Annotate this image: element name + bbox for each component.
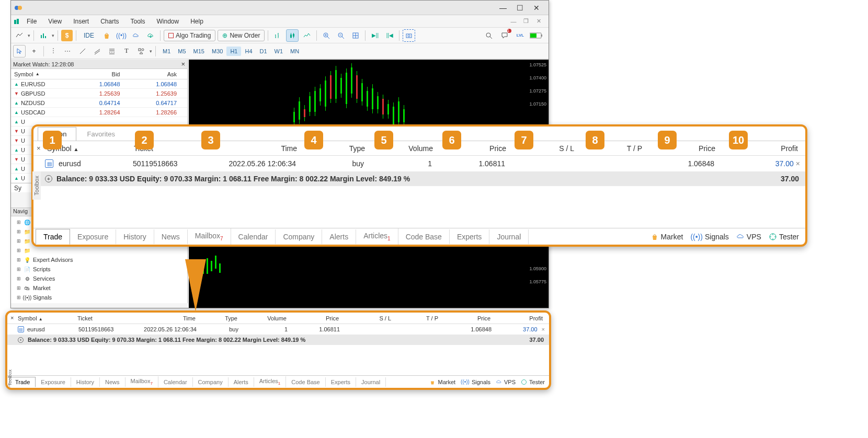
close-button[interactable]: ✕ <box>532 3 541 13</box>
tf-d1[interactable]: D1 <box>256 47 271 56</box>
toolbox-tab-news[interactable]: News <box>154 229 188 244</box>
sc-trade-row[interactable]: ▤ eurusd 50119518663 2022.05.26 12:06:34… <box>7 324 549 335</box>
sc-signals-link[interactable]: ((•)) Signals <box>461 379 490 385</box>
market-link[interactable]: Market <box>650 233 683 241</box>
sc-expand-icon[interactable]: + <box>18 337 24 343</box>
level-icon[interactable]: LVL <box>514 29 527 42</box>
vps-link[interactable]: VPS <box>736 233 761 241</box>
cursor-icon[interactable] <box>13 45 26 57</box>
crosshair-icon[interactable]: + <box>28 45 40 57</box>
nav-item[interactable]: ⊞📄Scripts <box>13 264 185 274</box>
candle-chart-icon[interactable] <box>286 29 299 42</box>
menu-help[interactable]: Help <box>185 16 209 27</box>
tester-link[interactable]: Tester <box>769 233 799 241</box>
sc-market-link[interactable]: Market <box>429 379 455 385</box>
sc-col-sl[interactable]: S / L <box>339 315 391 321</box>
sc-col-volume[interactable]: Volume <box>237 315 287 321</box>
tf-h4[interactable]: H4 <box>241 47 256 56</box>
sc-toolbox-tab-history[interactable]: History <box>71 377 100 387</box>
cloud-download-icon[interactable] <box>144 29 157 42</box>
line-chart-icon[interactable] <box>301 29 313 42</box>
cloud-icon[interactable] <box>130 29 142 42</box>
doc-minimize-icon[interactable]: — <box>509 17 518 26</box>
sc-toolbox-tab-news[interactable]: News <box>100 377 125 387</box>
fibo-icon[interactable] <box>106 45 118 57</box>
tab-favorites[interactable]: Favorites <box>77 128 124 141</box>
sc-row-close-icon[interactable]: × <box>542 326 545 332</box>
toolbox-tab-calendar[interactable]: Calendar <box>231 229 276 244</box>
sc-toolbox-tab-articles[interactable]: Articles1 <box>254 376 287 387</box>
sc-vps-link[interactable]: VPS <box>496 379 516 385</box>
menu-window[interactable]: Window <box>152 16 185 27</box>
mw-col-ask[interactable]: Ask <box>131 71 188 77</box>
sc-toolbox-tab-alerts[interactable]: Alerts <box>229 377 254 387</box>
shift-icon[interactable]: ||◀ <box>383 29 396 42</box>
objects-dropdown[interactable] <box>135 45 147 57</box>
hline-icon[interactable] <box>62 45 74 57</box>
sc-toolbox-tab-mailbox[interactable]: Mailbox7 <box>125 376 158 387</box>
sc-toolbox-tab-code-base[interactable]: Code Base <box>286 377 325 387</box>
market-bag-icon[interactable] <box>100 29 113 42</box>
market-watch-close[interactable]: × <box>181 60 185 68</box>
signals-icon[interactable]: ((•)) <box>115 29 128 42</box>
mw-row[interactable]: ▲USDCAD1.282641.28266 <box>11 108 187 117</box>
row-close-icon[interactable]: × <box>796 159 800 168</box>
tf-mn[interactable]: MN <box>287 47 303 56</box>
dollar-button[interactable]: $ <box>61 30 73 41</box>
doc-restore-icon[interactable]: ❐ <box>521 17 531 26</box>
doc-close-icon[interactable]: ✕ <box>534 17 543 26</box>
tf-h1[interactable]: H1 <box>226 47 241 56</box>
nav-item[interactable]: ⊞((•))Signals <box>13 293 185 302</box>
sc-close-icon[interactable]: × <box>10 315 14 321</box>
tf-m1[interactable]: M1 <box>159 47 174 56</box>
chart-line-dropdown[interactable] <box>13 29 26 42</box>
tf-m5[interactable]: M5 <box>174 47 189 56</box>
trade-row[interactable]: ▤ eurusd 50119518663 2022.05.26 12:06:34… <box>33 156 805 171</box>
col-price2[interactable]: Price <box>644 144 717 153</box>
signals-link[interactable]: ((•))Signals <box>690 233 728 241</box>
nav-item[interactable]: ⊞⚙Services <box>13 274 185 283</box>
sc-toolbox-tab-company[interactable]: Company <box>193 377 229 387</box>
toolbox-tab-journal[interactable]: Journal <box>489 229 529 244</box>
chat-icon[interactable]: 1 <box>498 29 511 42</box>
mw-row[interactable]: ▼GBPUSD1.256391.25639 <box>11 89 187 98</box>
equidistant-icon[interactable] <box>91 45 104 57</box>
text-icon[interactable]: T <box>120 45 133 57</box>
toolbox-tab-exposure[interactable]: Exposure <box>70 229 116 244</box>
sc-col-tp[interactable]: T / P <box>391 315 438 321</box>
sc-toolbox-tab-journal[interactable]: Journal <box>356 377 386 387</box>
ide-button[interactable]: IDE <box>79 30 98 41</box>
nav-item[interactable]: ⊞📁 <box>13 246 185 255</box>
camera-icon[interactable] <box>403 29 415 42</box>
sc-tester-link[interactable]: Tester <box>521 379 545 385</box>
sc-col-price[interactable]: Price <box>287 315 339 321</box>
minimize-button[interactable]: — <box>498 3 508 13</box>
zoom-in-icon[interactable] <box>320 29 333 42</box>
sc-toolbox-tab-exposure[interactable]: Exposure <box>36 377 71 387</box>
expand-icon[interactable]: + <box>45 175 52 182</box>
toolbox-tab-trade[interactable]: Trade <box>36 229 70 245</box>
tf-w1[interactable]: W1 <box>271 47 287 56</box>
search-icon[interactable] <box>483 29 495 42</box>
callout-close-icon[interactable]: × <box>37 144 41 152</box>
nav-item[interactable]: ⊞🛍Market <box>13 283 185 293</box>
sc-col-price2[interactable]: Price <box>438 315 490 321</box>
toolbox-tab-code-base[interactable]: Code Base <box>398 229 450 244</box>
zoom-out-icon[interactable] <box>335 29 347 42</box>
nav-item[interactable]: ⊞💡Expert Advisors <box>13 255 185 264</box>
menu-file[interactable]: File <box>21 16 42 27</box>
toolbox-tab-alerts[interactable]: Alerts <box>322 229 356 244</box>
tf-m15[interactable]: M15 <box>190 47 208 56</box>
chart-bars-dropdown[interactable] <box>37 29 50 42</box>
sc-col-type[interactable]: Type <box>196 315 237 321</box>
toolbox-tab-articles[interactable]: Articles1 <box>356 228 398 245</box>
menu-view[interactable]: View <box>43 16 67 27</box>
trendline-icon[interactable] <box>76 45 89 57</box>
sc-toolbox-tab-experts[interactable]: Experts <box>326 377 356 387</box>
mw-row[interactable]: ▲EURUSD1.068481.06848 <box>11 79 187 89</box>
sc-col-time[interactable]: Time <box>124 315 196 321</box>
menu-insert[interactable]: Insert <box>68 16 94 27</box>
sc-toolbox-tab-calendar[interactable]: Calendar <box>158 377 193 387</box>
maximize-button[interactable]: ☐ <box>515 3 524 13</box>
mw-row[interactable]: ▲NZDUSD0.647140.64717 <box>11 98 187 108</box>
